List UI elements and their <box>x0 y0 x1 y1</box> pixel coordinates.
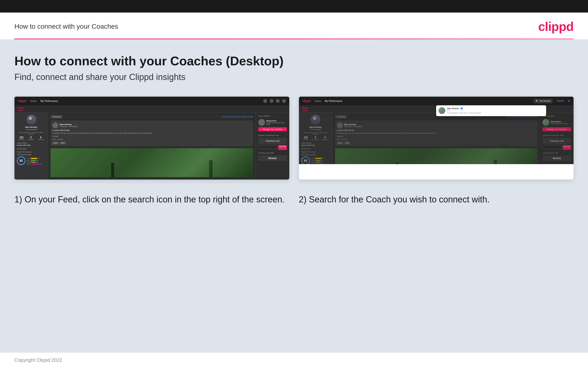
user-stats-2: 131 Activities 3 Followers 4 Following <box>301 136 330 140</box>
latest-label-1: Latest Activity <box>17 142 45 144</box>
mock-logo-1: clippd <box>18 99 26 103</box>
following-row-1: Following Control who can see your activ… <box>51 115 253 119</box>
trackman-input-2[interactable] <box>543 145 562 149</box>
screenshots-row: clippd Home My Performance Feed <box>14 97 574 180</box>
score-circle-1: 92 <box>17 156 26 165</box>
add-link-btn-2[interactable]: Add Link <box>563 145 571 150</box>
following-btn-2[interactable]: Following <box>335 115 347 119</box>
user-icon-1[interactable] <box>270 99 273 103</box>
mock-right-panel-1: Your Coaches David Ford Royal North Devo… <box>256 112 289 180</box>
post-header-2: Blair McHarg Yesterday · Sunningdale <box>337 122 536 128</box>
search-icon-1[interactable] <box>263 99 267 103</box>
coach-avatar-2 <box>543 119 549 126</box>
ott-bar-1: OTT90 <box>27 158 41 159</box>
app-btn-2[interactable]: APP <box>344 142 351 144</box>
mock-tab-feed-2[interactable]: Feed <box>302 107 308 111</box>
coaches-title-1: Your Coaches <box>258 115 287 117</box>
post-author-info-1: Blair McHarg Yesterday · Sunningdale <box>60 123 78 127</box>
post-text-2: Looking to feel like my hands are exitin… <box>337 132 536 135</box>
close-btn-2[interactable]: ✕ <box>568 99 570 103</box>
stat-followers-2: 3 Followers <box>312 136 318 140</box>
trackman-input-row-1: Add Link <box>258 145 287 150</box>
coach-name-2: Dan Davies <box>551 120 568 123</box>
golf-image-2 <box>335 148 538 164</box>
mock-center-panel-1: Following Control who can see your activ… <box>48 112 256 180</box>
post-avatar-1 <box>53 122 58 128</box>
clear-btn-2[interactable]: CLEAR <box>557 100 564 102</box>
manage-coaches-btn-2[interactable]: Manage Your Coaches <box>543 127 571 131</box>
user-handicap-1: Plus Handicap <box>17 129 45 130</box>
post-btns-1: OFF APP <box>53 142 251 144</box>
result-name-row-1: Dan Davies ✓ <box>447 107 481 110</box>
result-club-1: Sunningdale Golf Club, United Kingdom <box>447 112 481 114</box>
post-duration-val-1: 01 hr : 30 min <box>53 138 251 140</box>
following-btn-1[interactable]: Following <box>51 115 62 119</box>
result-avatar-1 <box>439 107 445 114</box>
mock-post-2: Blair McHarg Yesterday · Sunningdale Les… <box>335 120 538 146</box>
stat-followers-1: 3 Followers <box>28 136 34 140</box>
arccos-box-2: Arccos <box>543 156 571 161</box>
mock-ui-2: clippd Home My Performance 🔍 Dan Davies … <box>299 97 574 164</box>
step-2: 2) Search for the Coach you wish to conn… <box>299 194 574 205</box>
connect-title-1: Connect your data <box>258 152 287 154</box>
mock-tab-feed-1[interactable]: Feed <box>18 107 23 111</box>
coaches-title-2: Your Coaches <box>543 115 571 117</box>
avatar-icon-1[interactable] <box>282 99 286 103</box>
control-link-1[interactable]: Control who can see your activity and da… <box>221 116 253 118</box>
mock-nav-home-2: Home <box>315 100 321 102</box>
mock-nav-2: clippd Home My Performance 🔍 Dan Davies … <box>299 97 574 105</box>
result-item-1[interactable]: Dan Davies ✓ Pro Sunningdale Golf Club, … <box>436 105 546 116</box>
page-title: How to connect with your Coaches <box>14 23 118 30</box>
step-1: 1) On your Feed, click on the search ico… <box>14 194 289 205</box>
search-icon-nav-2: 🔍 <box>535 100 538 102</box>
ott-bar-fill-2 <box>315 158 322 159</box>
coach-name-1: David Ford <box>266 120 287 122</box>
page-subheading: Find, connect and share your Clippd insi… <box>14 72 574 82</box>
post-author-name-1: Blair McHarg <box>60 123 78 126</box>
latest-date-1: 03 Aug 2022 <box>17 148 45 150</box>
add-link-btn-1[interactable]: Add Link <box>278 145 287 150</box>
upload-title-2: Upload a Trackman Test <box>543 134 571 136</box>
app-btn-1[interactable]: APP <box>60 142 66 144</box>
activities-lbl-2: Activities <box>303 139 309 140</box>
off-btn-2[interactable]: OFF <box>337 142 343 144</box>
off-btn-1[interactable]: OFF <box>53 142 59 144</box>
activities-val-2: 131 <box>303 136 309 139</box>
settings-icon-1[interactable] <box>276 99 280 103</box>
putt-bar-fill-2 <box>316 164 323 164</box>
connect-title-2: Connect your data <box>543 152 571 154</box>
footer: Copyright Clippd 2022 <box>0 353 588 368</box>
coach-avatar-1 <box>258 119 265 126</box>
result-info-1: Dan Davies ✓ Pro Sunningdale Golf Club, … <box>447 107 481 114</box>
total-quality-title-2: Total Player Quality <box>301 154 330 156</box>
ott-bar-fill-1 <box>31 158 37 159</box>
post-author-sub-2: Yesterday · Sunningdale <box>344 126 362 127</box>
perf-bars-1: OTT90 APP85 ARG86 PUTT96 <box>27 158 41 165</box>
putt-bar-fill-1 <box>32 164 39 165</box>
perf-row-2: 92 OTT90 APP85 ARG86 <box>301 156 330 164</box>
manage-coaches-btn-1[interactable]: Manage Your Coaches <box>258 127 287 131</box>
mock-right-panel-2: Your Coaches Dan Davies Sunningdale Golf… <box>540 112 574 164</box>
perf-row-1: 92 OTT90 APP85 ARG86 <box>17 156 45 166</box>
post-title-2: Lesson with Fordy <box>337 129 536 131</box>
trackman-input-1[interactable] <box>258 145 278 149</box>
latest-val-1: Lesson with Fordy <box>17 144 45 146</box>
coach-row-2: Dan Davies Sunningdale Golf Club <box>543 119 571 126</box>
coach-row-1: David Ford Royal North Devon Golf Club <box>258 119 287 126</box>
mock-nav-home-1: Home <box>30 100 37 102</box>
following-val-1: 4 <box>37 136 44 139</box>
post-duration-val-2: 01 hr : 30 min <box>337 138 536 140</box>
page-heading: How to connect with your Coaches (Deskto… <box>14 54 574 68</box>
control-link-2[interactable]: Control who can see your activity and da… <box>506 116 537 118</box>
mock-left-panel-1: Blair McHarg Plus Handicap Royal North D… <box>14 112 48 180</box>
search-text-2[interactable]: Dan Davies <box>539 100 551 102</box>
post-title-1: Lesson with Fordy <box>53 129 251 131</box>
mock-post-1: Blair McHarg Yesterday · Sunningdale Les… <box>51 120 253 146</box>
followers-lbl-1: Followers <box>28 139 34 140</box>
perf-bars-2: OTT90 APP85 ARG86 PUTT96 <box>311 158 325 164</box>
result-role-1: Pro <box>447 110 481 112</box>
user-name-2: Blair McHarg <box>301 126 330 128</box>
search-results-2: Dan Davies ✓ Pro Sunningdale Golf Club, … <box>436 105 546 116</box>
following-lbl-2: Following <box>322 139 328 140</box>
mock-nav-performance-1: My Performance <box>40 100 58 102</box>
